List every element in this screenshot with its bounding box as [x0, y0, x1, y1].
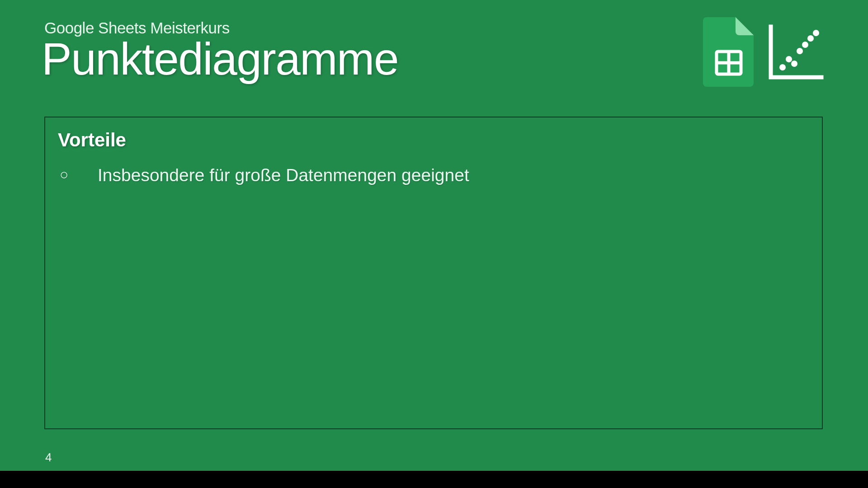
- svg-point-3: [779, 64, 786, 70]
- svg-point-9: [813, 30, 819, 36]
- svg-point-7: [802, 42, 808, 48]
- google-sheets-icon: [703, 17, 754, 89]
- scatter-chart-icon: [767, 23, 825, 83]
- icon-group: [703, 17, 825, 89]
- page-number: 4: [45, 450, 52, 465]
- section-heading: Vorteile: [58, 129, 809, 151]
- bottom-bar: [0, 471, 868, 488]
- slide: Google Sheets Meisterkurs Punktediagramm…: [0, 0, 868, 471]
- svg-point-6: [797, 48, 803, 54]
- content-box: Vorteile ○ Insbesondere für große Datenm…: [44, 117, 823, 429]
- bullet-text: Insbesondere für große Datenmengen geeig…: [98, 164, 469, 188]
- slide-title: Punktediagramme: [42, 35, 398, 83]
- svg-point-5: [791, 61, 797, 67]
- bullet-marker: ○: [58, 164, 98, 185]
- svg-point-8: [807, 35, 814, 42]
- svg-point-4: [786, 56, 792, 62]
- bullet-list: ○ Insbesondere für große Datenmengen gee…: [58, 164, 809, 188]
- list-item: ○ Insbesondere für große Datenmengen gee…: [58, 164, 809, 188]
